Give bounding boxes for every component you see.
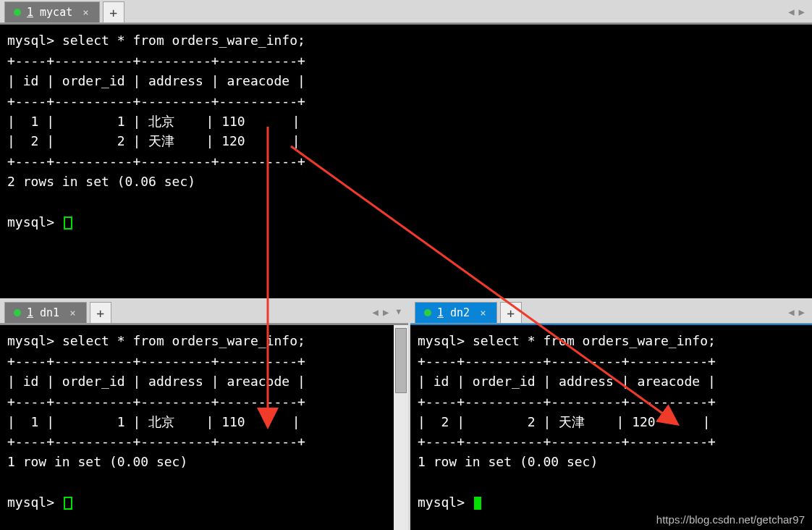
tab-nav-arrows: ◀ ▶ [787, 0, 806, 22]
tab-next-icon[interactable]: ▶ [798, 6, 806, 17]
cursor-icon [474, 497, 481, 510]
tabbar-bl: 1 dn1 × + ◀ ▶ ▼ [0, 300, 408, 324]
terminal-br[interactable]: mysql> select * from orders_ware_info; +… [410, 324, 812, 530]
new-tab-button[interactable]: + [500, 302, 522, 323]
tab-close-icon[interactable]: × [68, 307, 77, 319]
scrollthumb[interactable] [395, 328, 407, 393]
new-tab-button[interactable]: + [103, 1, 124, 22]
pane-bottom-right: 1 dn2 × + ◀ ▶ mysql> select * from order… [410, 300, 812, 530]
pane-top: 1 mycat × + ◀ ▶ mysql> select * from ord… [0, 0, 812, 298]
status-dot-icon [14, 309, 21, 316]
tab-dn1[interactable]: 1 dn1 × [4, 302, 87, 323]
tab-dn2[interactable]: 1 dn2 × [415, 302, 497, 323]
terminal-top[interactable]: mysql> select * from orders_ware_info; +… [0, 23, 812, 298]
status-dot-icon [14, 9, 21, 16]
cursor-icon [64, 216, 72, 230]
tab-mycat[interactable]: 1 mycat × [4, 1, 100, 22]
new-tab-button[interactable]: + [90, 302, 111, 323]
pane-bottom-left: 1 dn1 × + ◀ ▶ ▼ mysql> select * from ord… [0, 300, 408, 530]
plus-icon: + [96, 306, 104, 321]
tab-next-icon[interactable]: ▶ [798, 306, 806, 318]
status-dot-icon [424, 309, 431, 316]
watermark: https://blog.csdn.net/getchar97 [656, 513, 805, 526]
scrollbar[interactable] [394, 325, 408, 530]
tab-label: 1 mycat [27, 6, 72, 19]
tab-prev-icon[interactable]: ◀ [787, 6, 795, 17]
tab-nav-arrows: ◀ ▶ ▼ [371, 300, 403, 323]
tabbar-top: 1 mycat × + ◀ ▶ [0, 0, 812, 23]
terminal-content: mysql> select * from orders_ware_info; +… [0, 325, 408, 530]
plus-icon: + [109, 5, 117, 20]
tab-nav-arrows: ◀ ▶ [787, 300, 806, 323]
tab-label: 1 dn1 [27, 306, 59, 319]
tab-close-icon[interactable]: × [81, 7, 90, 18]
plus-icon: + [507, 306, 515, 321]
terminal-bl[interactable]: mysql> select * from orders_ware_info; +… [0, 324, 408, 530]
tab-prev-icon[interactable]: ◀ [787, 306, 795, 318]
tab-dropdown-icon[interactable]: ▼ [394, 307, 402, 316]
tabbar-br: 1 dn2 × + ◀ ▶ [410, 300, 812, 324]
tab-next-icon[interactable]: ▶ [381, 306, 390, 318]
terminal-content: mysql> select * from orders_ware_info; +… [410, 325, 812, 530]
tab-close-icon[interactable]: × [478, 307, 487, 319]
cursor-icon [64, 497, 72, 510]
terminal-content: mysql> select * from orders_ware_info; +… [0, 25, 812, 298]
tab-label: 1 dn2 [437, 306, 470, 319]
tab-prev-icon[interactable]: ◀ [371, 306, 380, 318]
